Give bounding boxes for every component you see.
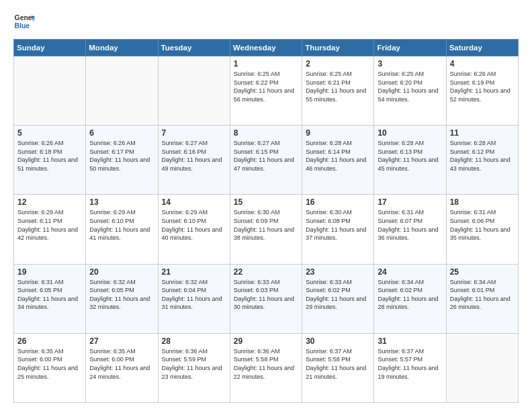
calendar-cell: 22Sunrise: 6:33 AMSunset: 6:03 PMDayligh… (230, 264, 302, 333)
calendar-cell: 16Sunrise: 6:30 AMSunset: 6:08 PMDayligh… (302, 195, 374, 264)
day-info: Sunrise: 6:37 AMSunset: 5:57 PMDaylight:… (378, 347, 442, 381)
calendar-cell: 3Sunrise: 6:25 AMSunset: 6:20 PMDaylight… (374, 56, 446, 126)
day-info: Sunrise: 6:34 AMSunset: 6:01 PMDaylight:… (450, 278, 515, 312)
calendar-cell (158, 56, 230, 126)
day-number: 22 (234, 267, 298, 277)
day-info: Sunrise: 6:31 AMSunset: 6:07 PMDaylight:… (378, 208, 442, 242)
day-number: 6 (89, 128, 154, 138)
day-number: 7 (162, 128, 226, 138)
day-info: Sunrise: 6:27 AMSunset: 6:15 PMDaylight:… (234, 139, 298, 173)
day-info: Sunrise: 6:33 AMSunset: 6:03 PMDaylight:… (234, 278, 298, 312)
calendar-table: SundayMondayTuesdayWednesdayThursdayFrid… (13, 39, 519, 403)
day-info: Sunrise: 6:35 AMSunset: 6:00 PMDaylight:… (17, 347, 82, 381)
day-number: 26 (17, 336, 82, 346)
calendar-cell: 1Sunrise: 6:25 AMSunset: 6:22 PMDaylight… (230, 56, 302, 126)
day-info: Sunrise: 6:28 AMSunset: 6:13 PMDaylight:… (378, 139, 442, 173)
day-info: Sunrise: 6:34 AMSunset: 6:02 PMDaylight:… (378, 278, 442, 312)
day-info: Sunrise: 6:30 AMSunset: 6:09 PMDaylight:… (234, 208, 298, 242)
day-number: 16 (306, 197, 370, 207)
calendar-cell: 6Sunrise: 6:26 AMSunset: 6:17 PMDaylight… (86, 126, 158, 195)
logo: General Blue (13, 11, 35, 32)
day-number: 30 (306, 336, 370, 346)
calendar-cell: 28Sunrise: 6:36 AMSunset: 5:59 PMDayligh… (158, 333, 230, 402)
day-info: Sunrise: 6:29 AMSunset: 6:11 PMDaylight:… (17, 208, 82, 242)
day-info: Sunrise: 6:29 AMSunset: 6:10 PMDaylight:… (89, 208, 154, 242)
day-number: 24 (378, 267, 442, 277)
calendar-day-header: Tuesday (158, 40, 230, 56)
day-info: Sunrise: 6:27 AMSunset: 6:16 PMDaylight:… (162, 139, 226, 173)
calendar-cell: 11Sunrise: 6:28 AMSunset: 6:12 PMDayligh… (446, 126, 518, 195)
calendar-week-row: 26Sunrise: 6:35 AMSunset: 6:00 PMDayligh… (14, 333, 519, 402)
calendar-cell (86, 56, 158, 126)
calendar-day-header: Sunday (14, 40, 86, 56)
calendar-cell: 15Sunrise: 6:30 AMSunset: 6:09 PMDayligh… (230, 195, 302, 264)
calendar-cell: 2Sunrise: 6:25 AMSunset: 6:21 PMDaylight… (302, 56, 374, 126)
day-number: 19 (17, 267, 82, 277)
day-number: 28 (162, 336, 226, 346)
day-info: Sunrise: 6:28 AMSunset: 6:14 PMDaylight:… (306, 139, 370, 173)
calendar-cell: 17Sunrise: 6:31 AMSunset: 6:07 PMDayligh… (374, 195, 446, 264)
calendar-day-header: Friday (374, 40, 446, 56)
day-info: Sunrise: 6:29 AMSunset: 6:10 PMDaylight:… (162, 208, 226, 242)
day-number: 14 (162, 197, 226, 207)
day-info: Sunrise: 6:25 AMSunset: 6:20 PMDaylight:… (378, 70, 442, 103)
day-number: 21 (162, 267, 226, 277)
day-number: 4 (450, 59, 515, 68)
calendar-cell (446, 333, 518, 402)
day-info: Sunrise: 6:32 AMSunset: 6:04 PMDaylight:… (162, 278, 226, 312)
calendar-day-header: Saturday (446, 40, 518, 56)
day-number: 3 (378, 59, 442, 68)
calendar-cell: 19Sunrise: 6:31 AMSunset: 6:05 PMDayligh… (14, 264, 86, 333)
calendar-cell: 18Sunrise: 6:31 AMSunset: 6:06 PMDayligh… (446, 195, 518, 264)
day-number: 17 (378, 197, 442, 207)
day-info: Sunrise: 6:26 AMSunset: 6:18 PMDaylight:… (17, 139, 82, 173)
day-info: Sunrise: 6:37 AMSunset: 5:58 PMDaylight:… (306, 347, 370, 381)
day-info: Sunrise: 6:26 AMSunset: 6:17 PMDaylight:… (89, 139, 154, 173)
day-number: 1 (234, 59, 298, 68)
day-number: 9 (306, 128, 370, 138)
calendar-cell: 12Sunrise: 6:29 AMSunset: 6:11 PMDayligh… (14, 195, 86, 264)
calendar-cell: 8Sunrise: 6:27 AMSunset: 6:15 PMDaylight… (230, 126, 302, 195)
calendar-cell: 26Sunrise: 6:35 AMSunset: 6:00 PMDayligh… (14, 333, 86, 402)
calendar-cell: 7Sunrise: 6:27 AMSunset: 6:16 PMDaylight… (158, 126, 230, 195)
day-number: 5 (17, 128, 82, 138)
calendar-cell: 24Sunrise: 6:34 AMSunset: 6:02 PMDayligh… (374, 264, 446, 333)
calendar-cell: 25Sunrise: 6:34 AMSunset: 6:01 PMDayligh… (446, 264, 518, 333)
day-info: Sunrise: 6:25 AMSunset: 6:22 PMDaylight:… (234, 70, 298, 103)
calendar-cell: 23Sunrise: 6:33 AMSunset: 6:02 PMDayligh… (302, 264, 374, 333)
calendar-cell: 13Sunrise: 6:29 AMSunset: 6:10 PMDayligh… (86, 195, 158, 264)
day-number: 8 (234, 128, 298, 138)
day-info: Sunrise: 6:30 AMSunset: 6:08 PMDaylight:… (306, 208, 370, 242)
calendar-header-row: SundayMondayTuesdayWednesdayThursdayFrid… (14, 40, 519, 56)
logo-icon: General Blue (13, 11, 35, 32)
calendar-cell: 31Sunrise: 6:37 AMSunset: 5:57 PMDayligh… (374, 333, 446, 402)
calendar-cell: 30Sunrise: 6:37 AMSunset: 5:58 PMDayligh… (302, 333, 374, 402)
calendar-cell: 27Sunrise: 6:35 AMSunset: 6:00 PMDayligh… (86, 333, 158, 402)
calendar-cell: 9Sunrise: 6:28 AMSunset: 6:14 PMDaylight… (302, 126, 374, 195)
day-number: 2 (306, 59, 370, 68)
day-info: Sunrise: 6:26 AMSunset: 6:19 PMDaylight:… (450, 70, 515, 103)
day-number: 18 (450, 197, 515, 207)
day-number: 31 (378, 336, 442, 346)
day-info: Sunrise: 6:32 AMSunset: 6:05 PMDaylight:… (89, 278, 154, 312)
calendar-cell: 29Sunrise: 6:36 AMSunset: 5:58 PMDayligh… (230, 333, 302, 402)
calendar-day-header: Monday (86, 40, 158, 56)
day-number: 25 (450, 267, 515, 277)
day-number: 10 (378, 128, 442, 138)
day-info: Sunrise: 6:31 AMSunset: 6:06 PMDaylight:… (450, 208, 515, 242)
calendar-cell: 14Sunrise: 6:29 AMSunset: 6:10 PMDayligh… (158, 195, 230, 264)
day-number: 11 (450, 128, 515, 138)
day-info: Sunrise: 6:35 AMSunset: 6:00 PMDaylight:… (89, 347, 154, 381)
day-number: 20 (89, 267, 154, 277)
header: General Blue (13, 11, 519, 32)
calendar-week-row: 5Sunrise: 6:26 AMSunset: 6:18 PMDaylight… (14, 126, 519, 195)
day-number: 13 (89, 197, 154, 207)
calendar-cell (14, 56, 86, 126)
day-info: Sunrise: 6:36 AMSunset: 5:58 PMDaylight:… (234, 347, 298, 381)
day-info: Sunrise: 6:28 AMSunset: 6:12 PMDaylight:… (450, 139, 515, 173)
page: General Blue SundayMondayTuesdayWednesda… (0, 0, 532, 411)
day-number: 29 (234, 336, 298, 346)
calendar-cell: 10Sunrise: 6:28 AMSunset: 6:13 PMDayligh… (374, 126, 446, 195)
day-number: 12 (17, 197, 82, 207)
day-info: Sunrise: 6:36 AMSunset: 5:59 PMDaylight:… (162, 347, 226, 381)
